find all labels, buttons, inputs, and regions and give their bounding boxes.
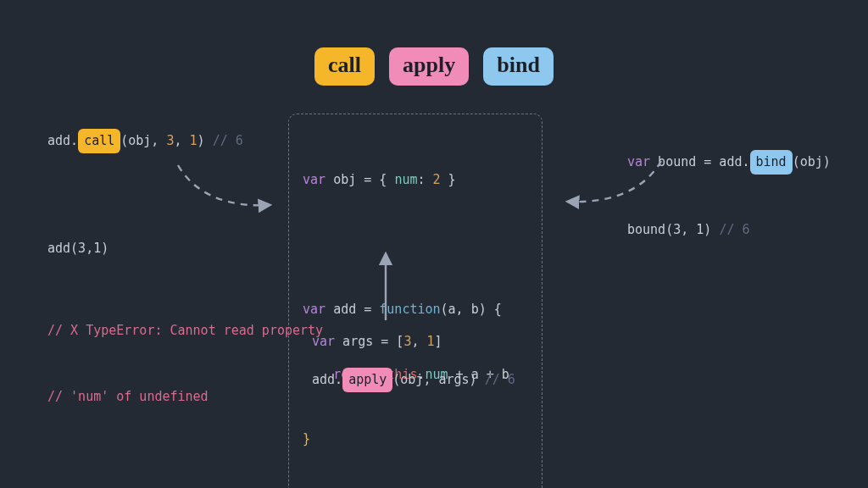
plain-add-call: add(3,1) — [47, 237, 108, 259]
title-row: call apply bind — [0, 47, 868, 86]
code-line-fn: var add = function(a, b) { — [303, 299, 528, 321]
bind-line-2: bound(3, 1) // 6 — [627, 219, 831, 241]
bind-line-1: var bound = add.bind(obj) — [627, 150, 831, 175]
bind-example: var bound = add.bind(obj) bound(3, 1) //… — [627, 105, 831, 286]
bind-chip: bind — [750, 150, 793, 175]
title-pill-bind: bind — [483, 47, 554, 86]
error-block: // X TypeError: Cannot read property // … — [47, 274, 323, 452]
call-chip: call — [78, 129, 120, 153]
code-line-close: } — [303, 429, 528, 451]
title-pill-call: call — [314, 47, 375, 86]
args-definition: var args = [3, 1] — [312, 330, 442, 352]
error-line-1: // X TypeError: Cannot read property — [47, 319, 323, 341]
error-line-2: // 'num' of undefined — [47, 385, 323, 408]
call-example: add.call(obj, 3, 1) // 6 — [47, 129, 243, 153]
title-pill-apply: apply — [389, 47, 469, 86]
apply-chip: apply — [342, 368, 392, 392]
code-line-obj: var obj = { num: 2 } — [303, 169, 528, 191]
arrow-call — [178, 165, 270, 205]
apply-example: add.apply(obj, args) // 6 — [312, 368, 515, 392]
code-definition-box: var obj = { num: 2 } var add = function(… — [288, 114, 542, 488]
